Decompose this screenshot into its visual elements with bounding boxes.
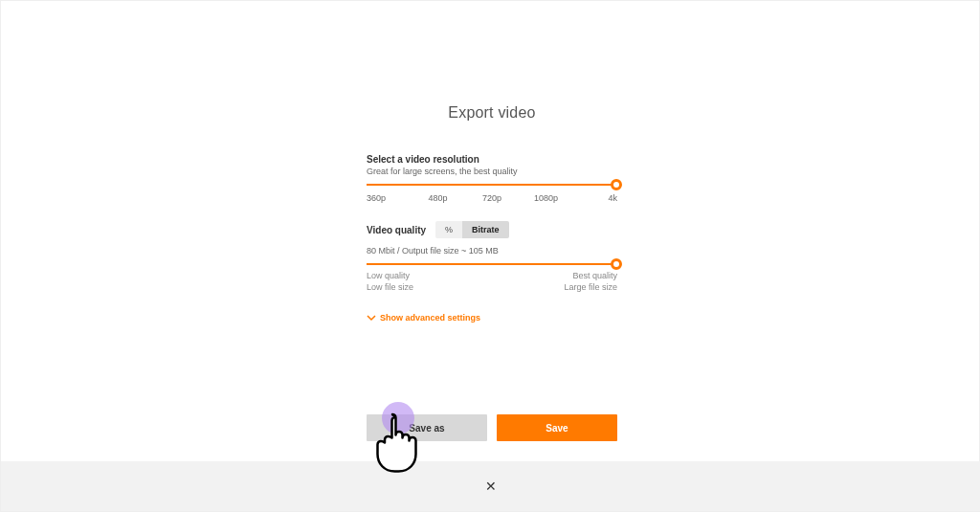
show-advanced-settings-link[interactable]: Show advanced settings	[367, 313, 480, 323]
resolution-slider[interactable]	[367, 184, 617, 186]
dialog-button-row: Save as Save	[367, 414, 617, 441]
quality-section: Video quality % Bitrate 80 Mbit / Output…	[367, 221, 617, 293]
quality-slider-thumb[interactable]	[611, 258, 622, 270]
save-button[interactable]: Save	[497, 414, 617, 441]
close-button[interactable]: ✕	[485, 479, 497, 493]
quality-left-labels: Low quality Low file size	[367, 271, 413, 293]
dialog-title: Export video	[367, 104, 617, 122]
resolution-slider-thumb[interactable]	[611, 179, 622, 190]
resolution-section: Select a video resolution Great for larg…	[367, 154, 617, 203]
chevron-down-icon	[367, 313, 376, 323]
quality-status: 80 Mbit / Output file size ~ 105 MB	[367, 246, 617, 256]
resolution-heading: Select a video resolution	[367, 154, 617, 165]
export-video-dialog: Export video Select a video resolution G…	[0, 0, 980, 512]
quality-low-filesize-label: Low file size	[367, 282, 413, 294]
quality-right-labels: Best quality Large file size	[564, 271, 617, 293]
resolution-tick: 4k	[583, 193, 617, 203]
quality-low-quality-label: Low quality	[367, 271, 413, 282]
resolution-tick: 720p	[475, 193, 509, 203]
quality-mode-bitrate[interactable]: Bitrate	[462, 221, 509, 238]
resolution-tick: 480p	[421, 193, 456, 203]
resolution-tick: 1080p	[529, 193, 564, 203]
close-icon: ✕	[485, 479, 497, 494]
quality-heading: Video quality	[367, 225, 426, 235]
resolution-ticks: 360p 480p 720p 1080p 4k	[367, 193, 617, 203]
quality-large-filesize-label: Large file size	[564, 282, 617, 294]
quality-mode-percent[interactable]: %	[435, 221, 462, 238]
quality-best-quality-label: Best quality	[564, 271, 617, 282]
quality-mode-segmented: % Bitrate	[435, 221, 509, 238]
resolution-subtitle: Great for large screens, the best qualit…	[367, 167, 617, 176]
footer-bar: ✕	[1, 461, 980, 511]
show-advanced-settings-label: Show advanced settings	[380, 313, 480, 323]
resolution-tick: 360p	[367, 193, 401, 203]
save-as-button[interactable]: Save as	[367, 414, 487, 441]
quality-slider[interactable]	[367, 263, 617, 265]
